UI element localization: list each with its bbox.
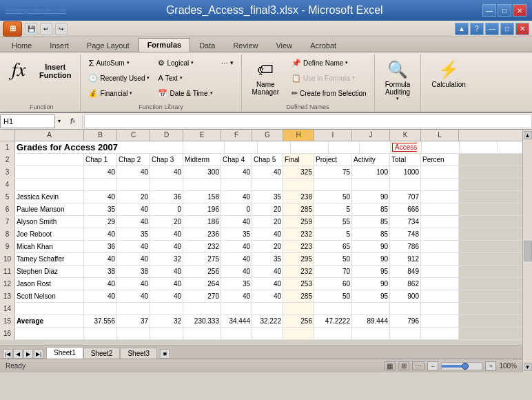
cell-C3[interactable]: 40 bbox=[117, 166, 150, 178]
cell-A10[interactable]: Tamey Schaffer bbox=[15, 253, 84, 265]
cell-B10[interactable]: 40 bbox=[84, 253, 117, 265]
cell-F14[interactable] bbox=[221, 303, 252, 314]
close-button[interactable]: ✕ bbox=[513, 4, 526, 17]
undo-qat-button[interactable]: ↩ bbox=[40, 23, 52, 35]
cell-G13[interactable]: 40 bbox=[252, 290, 283, 302]
cell-D15[interactable]: 32 bbox=[150, 315, 183, 327]
col-header-K[interactable]: K bbox=[390, 130, 421, 141]
cell-C12[interactable]: 40 bbox=[117, 278, 150, 290]
cell-F10[interactable]: 40 bbox=[221, 253, 252, 265]
cell-C7[interactable]: 40 bbox=[117, 216, 150, 228]
save-qat-button[interactable]: 💾 bbox=[25, 23, 37, 35]
tab-view[interactable]: View bbox=[267, 39, 301, 52]
cell-J13[interactable]: 95 bbox=[352, 290, 390, 302]
cell-J3[interactable]: 100 bbox=[352, 166, 390, 178]
cell-J9[interactable]: 90 bbox=[352, 241, 390, 252]
name-manager-button[interactable]: 🏷 NameManager bbox=[246, 55, 285, 99]
cell-F6[interactable]: 0 bbox=[221, 203, 252, 215]
name-box-dropdown[interactable]: ▾ bbox=[57, 118, 62, 124]
cell-K3[interactable]: 1000 bbox=[390, 166, 421, 178]
formula-fx-button[interactable]: fx bbox=[63, 114, 83, 128]
cell-B11[interactable]: 38 bbox=[84, 266, 117, 277]
cell-E9[interactable]: 232 bbox=[183, 241, 221, 252]
maximize-button[interactable]: □ bbox=[498, 4, 511, 17]
cell-C14[interactable] bbox=[117, 303, 150, 314]
cell-I15[interactable]: 47.2222 bbox=[314, 315, 352, 327]
cell-A4[interactable] bbox=[15, 179, 84, 190]
sheet-nav-next[interactable]: ▶ bbox=[23, 349, 33, 359]
cell-G15[interactable]: 32.222 bbox=[252, 315, 283, 327]
use-in-formula-button[interactable]: 📋 Use in Formula ▾ bbox=[288, 70, 370, 86]
cell-A13[interactable]: Scott Nelson bbox=[15, 290, 84, 302]
col-header-B[interactable]: B bbox=[84, 130, 117, 141]
define-name-button[interactable]: 📌 Define Name ▾ bbox=[288, 55, 370, 70]
cell-I10[interactable]: 50 bbox=[314, 253, 352, 265]
view-layout[interactable]: ⊞ bbox=[398, 361, 409, 370]
office-button[interactable]: ⊞ bbox=[3, 21, 22, 37]
cell-F13[interactable]: 40 bbox=[221, 290, 252, 302]
minimize-button[interactable]: — bbox=[482, 4, 496, 17]
cell-L6[interactable] bbox=[421, 203, 459, 215]
cell-J15[interactable]: 89.444 bbox=[352, 315, 390, 327]
cell-D6[interactable]: 0 bbox=[150, 203, 183, 215]
recently-used-button[interactable]: 🕒 Recently Used ▾ bbox=[85, 70, 153, 86]
cell-K7[interactable]: 734 bbox=[390, 216, 421, 228]
cell-H2[interactable]: Final bbox=[283, 154, 314, 166]
cell-K4[interactable] bbox=[390, 179, 421, 190]
cell-B4[interactable] bbox=[84, 179, 117, 190]
cell-L10[interactable] bbox=[421, 253, 459, 265]
cell-C6[interactable]: 40 bbox=[117, 203, 150, 215]
cell-G9[interactable]: 20 bbox=[252, 241, 283, 252]
cell-H11[interactable]: 232 bbox=[283, 266, 314, 277]
cell-E3[interactable]: 300 bbox=[183, 166, 221, 178]
window-controls[interactable]: — □ ✕ bbox=[482, 4, 526, 17]
cell-A14[interactable] bbox=[15, 303, 84, 314]
cell-F9[interactable]: 40 bbox=[221, 241, 252, 252]
cell-H15[interactable]: 256 bbox=[283, 315, 314, 327]
cell-I11[interactable]: 70 bbox=[314, 266, 352, 277]
cell-I6[interactable]: 5 bbox=[314, 203, 352, 215]
col-header-J[interactable]: J bbox=[352, 130, 390, 141]
cell-K1[interactable] bbox=[498, 141, 522, 153]
cell-E2[interactable]: Midterm bbox=[183, 154, 221, 166]
cell-C11[interactable]: 38 bbox=[117, 266, 150, 277]
cell-C2[interactable]: Chap 2 bbox=[117, 154, 150, 166]
cell-A2[interactable] bbox=[15, 154, 84, 166]
cell-H1[interactable]: Access Grades bbox=[391, 141, 422, 153]
cell-K10[interactable]: 912 bbox=[390, 253, 421, 265]
cell-A11[interactable]: Stephen Diaz bbox=[15, 266, 84, 277]
cell-L13[interactable] bbox=[421, 290, 459, 302]
cell-F12[interactable]: 35 bbox=[221, 278, 252, 290]
cell-G4[interactable] bbox=[252, 179, 283, 190]
cell-B7[interactable]: 29 bbox=[84, 216, 117, 228]
cell-F8[interactable]: 35 bbox=[221, 228, 252, 240]
autosum-button[interactable]: Σ AutoSum ▾ bbox=[85, 55, 153, 70]
cell-G3[interactable]: 40 bbox=[252, 166, 283, 178]
tab-data[interactable]: Data bbox=[190, 39, 224, 52]
cell-A3[interactable] bbox=[15, 166, 84, 178]
cell-C15[interactable]: 37 bbox=[117, 315, 150, 327]
cell-L5[interactable] bbox=[421, 191, 459, 203]
cell-I13[interactable]: 50 bbox=[314, 290, 352, 302]
zoom-slider[interactable] bbox=[441, 362, 482, 370]
cell-H3[interactable]: 325 bbox=[283, 166, 314, 178]
cell-K11[interactable]: 849 bbox=[390, 266, 421, 277]
cell-D2[interactable]: Chap 3 bbox=[150, 154, 183, 166]
financial-button[interactable]: 💰 Financial ▾ bbox=[85, 86, 153, 101]
col-header-G[interactable]: G bbox=[252, 130, 283, 141]
cell-E4[interactable] bbox=[183, 179, 221, 190]
cell-E1[interactable] bbox=[291, 141, 329, 153]
cell-J8[interactable]: 85 bbox=[352, 228, 390, 240]
tab-acrobat[interactable]: Acrobat bbox=[301, 39, 345, 52]
cell-K13[interactable]: 900 bbox=[390, 290, 421, 302]
cell-D13[interactable]: 40 bbox=[150, 290, 183, 302]
cell-A8[interactable]: Joe Reboot bbox=[15, 228, 84, 240]
cell-E8[interactable]: 236 bbox=[183, 228, 221, 240]
cell-J2[interactable]: Activity bbox=[352, 154, 390, 166]
cell-J4[interactable] bbox=[352, 179, 390, 190]
cell-C10[interactable]: 40 bbox=[117, 253, 150, 265]
cell-D8[interactable]: 40 bbox=[150, 228, 183, 240]
cell-F3[interactable]: 40 bbox=[221, 166, 252, 178]
cell-G8[interactable]: 40 bbox=[252, 228, 283, 240]
sheet-tab-sheet1[interactable]: Sheet1 bbox=[46, 347, 83, 359]
